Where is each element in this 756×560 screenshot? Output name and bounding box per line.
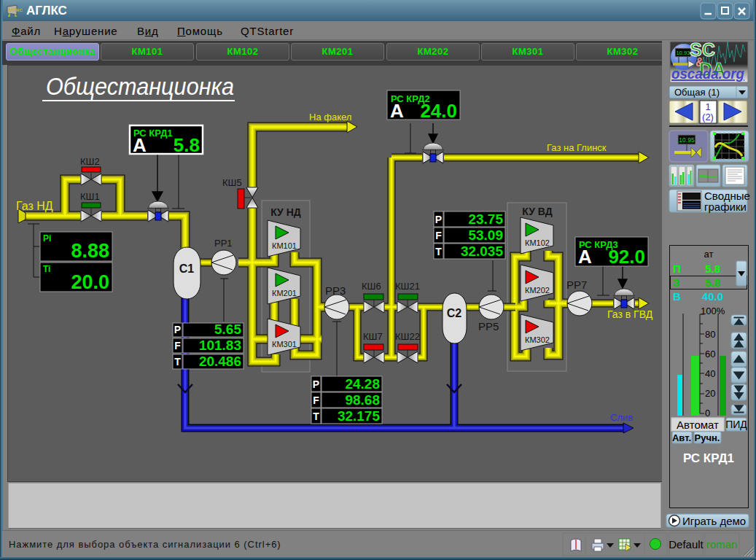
svg-text:101.83: 101.83 — [199, 338, 241, 353]
svg-text:24.28: 24.28 — [345, 376, 380, 392]
svg-text:КМ101: КМ101 — [272, 241, 297, 250]
svg-text:КШ5: КШ5 — [222, 177, 242, 188]
svg-text:P: P — [174, 324, 181, 335]
svg-text:КМ201: КМ201 — [272, 289, 297, 298]
svg-text:100%: 100% — [701, 306, 725, 316]
svg-text:КШ2: КШ2 — [80, 156, 100, 167]
svg-text:КУ НД: КУ НД — [270, 206, 301, 218]
svg-text:T: T — [435, 246, 442, 257]
svg-text:T: T — [313, 411, 319, 422]
svg-text:F: F — [174, 340, 181, 351]
svg-text:60: 60 — [705, 349, 715, 359]
svg-text:5.8: 5.8 — [705, 262, 720, 275]
svg-text:20.0: 20.0 — [71, 271, 109, 293]
svg-text:А: А — [133, 134, 147, 156]
svg-text:Default: Default — [669, 538, 704, 551]
svg-text:КМ302: КМ302 — [525, 335, 550, 344]
svg-text:ПИД: ПИД — [725, 419, 747, 430]
svg-text:32.175: 32.175 — [338, 408, 381, 424]
svg-text:Газ НД: Газ НД — [16, 200, 53, 212]
svg-text:А: А — [390, 100, 404, 122]
svg-text:8.88: 8.88 — [71, 240, 109, 262]
svg-text:РР3: РР3 — [325, 284, 346, 297]
svg-text:Слив: Слив — [610, 412, 633, 423]
svg-text:32.035: 32.035 — [461, 244, 504, 259]
svg-text:20.486: 20.486 — [199, 354, 241, 369]
svg-text:80: 80 — [705, 329, 715, 340]
svg-text:20: 20 — [705, 388, 715, 399]
svg-text:КУ ВД: КУ ВД — [522, 206, 552, 217]
svg-text:5.65: 5.65 — [214, 322, 241, 337]
svg-text:графики: графики — [704, 201, 747, 213]
svg-text:КШ21: КШ21 — [395, 281, 420, 292]
svg-text:Ручн.: Ручн. — [695, 432, 720, 443]
svg-text:C1: C1 — [179, 262, 195, 275]
svg-text:0: 0 — [705, 408, 710, 419]
svg-text:Автомат: Автомат — [677, 419, 719, 431]
svg-text:Общестанционка: Общестанционка — [46, 72, 234, 100]
svg-text:ат: ат — [704, 249, 714, 260]
svg-text:З: З — [673, 276, 679, 289]
svg-text:РС КРД1: РС КРД1 — [683, 451, 734, 465]
svg-text:24.0: 24.0 — [420, 100, 457, 122]
svg-text:Газ в ГВД: Газ в ГВД — [607, 308, 653, 320]
svg-text:КШ7: КШ7 — [363, 331, 383, 342]
svg-text:Pi: Pi — [43, 233, 51, 244]
svg-text:Общая (1): Общая (1) — [674, 87, 720, 98]
svg-text:На факел: На факел — [309, 112, 351, 122]
svg-text:КШ6: КШ6 — [362, 281, 381, 292]
svg-text:23.75: 23.75 — [468, 211, 503, 227]
svg-text:1: 1 — [705, 101, 710, 112]
svg-text:10.95: 10.95 — [679, 136, 695, 144]
svg-text:F: F — [313, 394, 319, 406]
svg-text:F: F — [435, 230, 442, 241]
svg-text:5.8: 5.8 — [705, 276, 720, 289]
svg-text:T: T — [174, 356, 181, 368]
svg-text:РР5: РР5 — [478, 320, 499, 332]
svg-text:92.0: 92.0 — [608, 246, 645, 268]
svg-text:53.09: 53.09 — [468, 228, 503, 243]
svg-text:roman: roman — [706, 538, 738, 551]
svg-text:10.93: 10.93 — [677, 50, 690, 56]
svg-text:АГЛКС: АГЛКС — [8, 8, 23, 12]
svg-text:КШ22: КШ22 — [395, 331, 420, 342]
svg-text:5.8: 5.8 — [174, 134, 200, 156]
svg-text:40.0: 40.0 — [702, 290, 723, 303]
svg-text:РР7: РР7 — [566, 279, 587, 291]
svg-text:(2): (2) — [702, 112, 714, 122]
svg-text:КМ102: КМ102 — [525, 238, 550, 247]
svg-text:В: В — [673, 290, 681, 303]
svg-text:Ti: Ti — [43, 264, 50, 274]
svg-text:C2: C2 — [447, 307, 462, 319]
svg-text:А: А — [578, 246, 592, 268]
svg-text:П: П — [673, 262, 681, 275]
svg-text:КМ301: КМ301 — [272, 340, 297, 349]
svg-text:Газ на Глинск: Газ на Глинск — [547, 142, 607, 153]
svg-text:Играть демо: Играть демо — [682, 515, 746, 527]
svg-text:P: P — [435, 214, 442, 225]
svg-text:40: 40 — [705, 368, 715, 379]
svg-text:P: P — [313, 378, 319, 390]
svg-text:КШ1: КШ1 — [80, 191, 100, 202]
svg-text:oscada.org: oscada.org — [671, 66, 744, 82]
svg-text:Авт.: Авт. — [672, 432, 691, 443]
svg-text:РР1: РР1 — [214, 238, 233, 249]
svg-text:98.68: 98.68 — [345, 392, 380, 408]
svg-text:КМ202: КМ202 — [525, 286, 550, 295]
